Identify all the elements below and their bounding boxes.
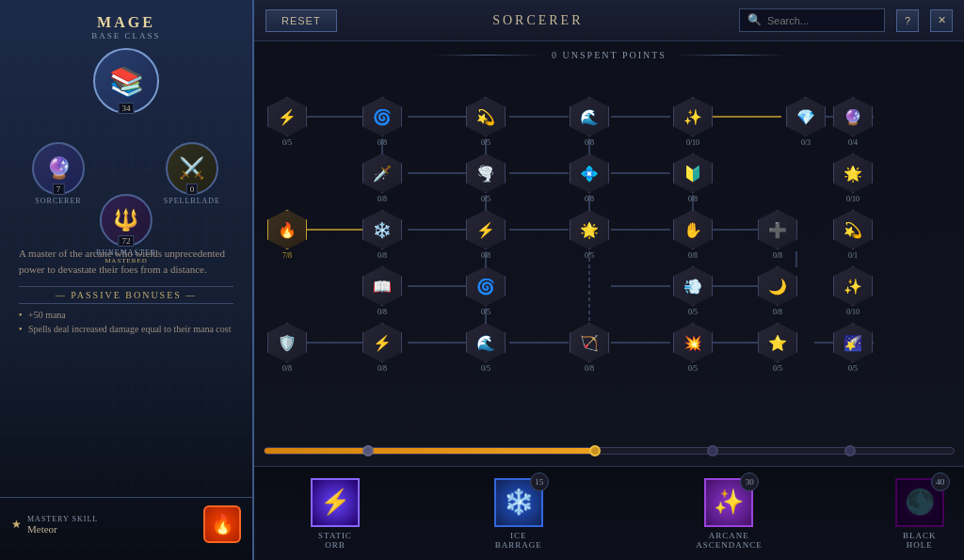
mastery-skill-static-orb[interactable]: ⚡ Static Orb — [311, 478, 360, 550]
skill-hex-2[interactable]: 🌀 — [362, 97, 402, 136]
skill-count-5: 0/10 — [686, 138, 699, 147]
skill-node-29[interactable]: 💥 0/5 — [673, 323, 713, 373]
skill-count-14: 0/8 — [378, 251, 387, 260]
skill-hex-25[interactable]: 🛡️ — [267, 323, 307, 362]
skill-node-23[interactable]: 🌙 0/8 — [758, 266, 797, 316]
skill-node-15[interactable]: ⚡ 0/8 — [466, 210, 506, 260]
skill-hex-6[interactable]: 💎 — [786, 97, 826, 136]
skill-node-7[interactable]: 🔮 0/4 — [833, 97, 873, 147]
skill-hex-13[interactable]: 🔥 — [267, 210, 307, 249]
skill-node-11[interactable]: 🔰 0/8 — [673, 153, 713, 203]
skill-node-14[interactable]: ❄️ 0/8 — [362, 210, 402, 260]
black-hole-label: Black Hole — [893, 531, 945, 550]
skill-node-27[interactable]: 🌊 0/5 — [466, 323, 506, 373]
skill-hex-7[interactable]: 🔮 — [833, 97, 873, 136]
mastery-skills-bottom: ⚡ Static Orb ❄️ 15 Ice Barrage ✨ 30 Arca… — [254, 466, 964, 560]
skill-node-24[interactable]: ✨ 0/10 — [833, 266, 873, 316]
search-box: 🔍 — [739, 8, 885, 32]
skill-node-6[interactable]: 💎 0/3 — [786, 97, 826, 147]
milestone-fill — [265, 448, 595, 454]
mastery-skill-bar: ★ Mastery Skill Meteor 🔥 — [0, 497, 252, 551]
skill-hex-4[interactable]: 🌊 — [570, 97, 609, 136]
skill-hex-18[interactable]: ➕ — [758, 210, 797, 249]
skill-hex-23[interactable]: 🌙 — [758, 266, 797, 306]
skill-icon-14: ❄️ — [373, 221, 392, 239]
skill-hex-9[interactable]: 🌪️ — [466, 153, 506, 193]
top-bar: Reset Sorcerer 🔍 ? ✕ — [254, 0, 964, 41]
skill-count-27: 0/5 — [481, 364, 490, 373]
skill-hex-28[interactable]: 🏹 — [570, 323, 609, 362]
skill-hex-27[interactable]: 🌊 — [466, 323, 506, 362]
skill-count-31: 0/5 — [848, 364, 858, 373]
skill-node-10[interactable]: 💠 0/8 — [570, 153, 609, 203]
skill-node-19[interactable]: 💫 0/1 — [833, 210, 873, 260]
skill-hex-30[interactable]: ⭐ — [758, 323, 797, 362]
spellblade-icon[interactable]: ⚔️ 0 Spellblade — [164, 142, 220, 205]
skill-hex-31[interactable]: 🌠 — [833, 323, 873, 362]
skill-hex-3[interactable]: 💫 — [466, 97, 506, 136]
close-button[interactable]: ✕ — [930, 9, 953, 32]
skill-node-5[interactable]: ✨ 0/10 — [673, 97, 713, 147]
skill-hex-29[interactable]: 💥 — [673, 323, 713, 362]
skill-hex-11[interactable]: 🔰 — [673, 153, 713, 193]
skill-hex-1[interactable]: ⚡ — [267, 97, 307, 136]
skill-hex-12[interactable]: 🌟 — [833, 153, 873, 193]
skill-node-22[interactable]: 💨 0/5 — [673, 266, 713, 316]
skill-node-26[interactable]: ⚡ 0/8 — [362, 323, 402, 373]
ice-barrage-badge: 15 — [530, 472, 549, 491]
skill-hex-22[interactable]: 💨 — [673, 266, 713, 306]
skill-hex-19[interactable]: 💫 — [833, 210, 873, 249]
skill-node-30[interactable]: ⭐ 0/5 — [758, 323, 797, 373]
skill-node-4[interactable]: 🌊 0/8 — [570, 97, 609, 147]
skill-hex-16[interactable]: 🌟 — [570, 210, 609, 249]
mastery-skill-arcane-ascendance[interactable]: ✨ 30 Arcane Ascendance — [696, 478, 762, 550]
skill-node-20[interactable]: 📖 0/8 — [362, 266, 402, 316]
mastery-skill-black-hole[interactable]: 🌑 40 Black Hole — [893, 478, 945, 550]
skill-count-7: 0/4 — [848, 138, 858, 147]
skill-node-16[interactable]: 🌟 0/5 — [570, 210, 609, 260]
skill-node-21[interactable]: 🌀 0/5 — [466, 266, 506, 316]
skill-node-12[interactable]: 🌟 0/10 — [833, 153, 873, 203]
skill-count-9: 0/5 — [481, 195, 490, 203]
skill-hex-15[interactable]: ⚡ — [466, 210, 506, 249]
skill-count-24: 0/10 — [846, 308, 860, 316]
skill-node-8[interactable]: 🗡️ 0/8 — [362, 153, 402, 203]
skill-node-17[interactable]: ✋ 0/8 — [673, 210, 713, 260]
skill-count-25: 0/8 — [282, 364, 292, 373]
skill-count-2: 0/8 — [378, 138, 387, 147]
mastery-skill-ice-barrage[interactable]: ❄️ 15 Ice Barrage — [491, 478, 545, 550]
skill-hex-10[interactable]: 💠 — [570, 153, 609, 193]
mastery-star-icon: ★ — [11, 518, 22, 532]
skill-count-18: 0/8 — [773, 251, 782, 260]
main-class-icon[interactable]: 📚 34 — [93, 48, 159, 114]
skill-node-1[interactable]: ⚡ 0/5 — [267, 97, 307, 147]
skill-node-31[interactable]: 🌠 0/5 — [833, 323, 873, 373]
mastery-icon[interactable]: 🔥 — [203, 505, 241, 543]
skill-node-2[interactable]: 🌀 0/8 — [362, 97, 402, 147]
static-orb-icon[interactable]: ⚡ — [311, 478, 360, 527]
help-button[interactable]: ? — [896, 9, 919, 32]
skill-hex-17[interactable]: ✋ — [673, 210, 713, 249]
skill-hex-14[interactable]: ❄️ — [362, 210, 402, 249]
skill-hex-24[interactable]: ✨ — [833, 266, 873, 306]
black-hole-icon[interactable]: 🌑 40 — [895, 478, 944, 527]
arcane-ascendance-icon[interactable]: ✨ 30 — [704, 478, 753, 527]
skill-hex-8[interactable]: 🗡️ — [362, 153, 402, 193]
skill-node-3[interactable]: 💫 0/5 — [466, 97, 506, 147]
search-input[interactable] — [767, 15, 876, 26]
ice-barrage-icon[interactable]: ❄️ 15 — [494, 478, 543, 527]
skill-hex-20[interactable]: 📖 — [362, 266, 402, 306]
skill-node-28[interactable]: 🏹 0/8 — [570, 323, 609, 373]
skill-node-9[interactable]: 🌪️ 0/5 — [466, 153, 506, 203]
reset-button[interactable]: Reset — [265, 9, 337, 32]
skill-count-20: 0/8 — [378, 308, 387, 316]
skill-hex-5[interactable]: ✨ — [673, 97, 713, 136]
skill-hex-21[interactable]: 🌀 — [466, 266, 506, 306]
skill-node-25[interactable]: 🛡️ 0/8 — [267, 323, 307, 373]
sorcerer-icon[interactable]: 🔮 7 Sorcerer — [32, 142, 85, 205]
skill-node-13[interactable]: 🔥 7/8 — [267, 210, 307, 260]
skill-hex-26[interactable]: ⚡ — [362, 323, 402, 362]
skill-icon-17: ✋ — [683, 221, 702, 239]
skill-node-18[interactable]: ➕ 0/8 — [758, 210, 797, 260]
unspent-points-bar: 0 Unspent Points — [254, 41, 964, 68]
